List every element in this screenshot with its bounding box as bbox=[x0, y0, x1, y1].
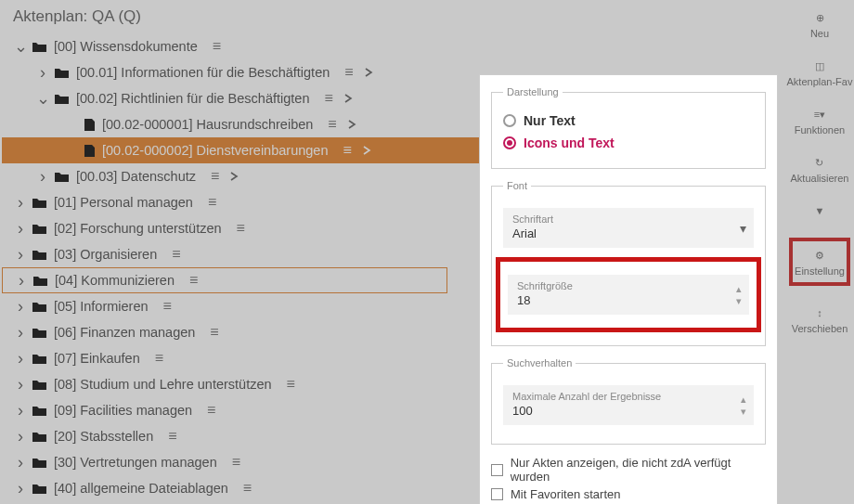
folder-open-icon bbox=[54, 92, 71, 105]
tool-label: Verschieben bbox=[792, 323, 848, 334]
max-ergebnisse-input[interactable]: Maximale Anzahl der Ergebnisse 100 ▴▾ bbox=[503, 385, 754, 425]
expand-icon[interactable]: › bbox=[13, 375, 28, 394]
expand-icon[interactable]: › bbox=[35, 63, 50, 83]
chevron-right-icon[interactable] bbox=[362, 66, 377, 79]
field-label: Schriftart bbox=[512, 213, 744, 225]
field-label: Schriftgröße bbox=[517, 280, 740, 291]
menu-icon[interactable]: ≡ bbox=[155, 350, 164, 367]
expand-icon[interactable]: ⌄ bbox=[35, 88, 50, 109]
menu-icon[interactable]: ≡ bbox=[243, 480, 252, 497]
page-title: Aktenplan: QA (Q) bbox=[0, 0, 854, 30]
menu-icon[interactable]: ≡ bbox=[344, 64, 354, 81]
expand-icon[interactable]: › bbox=[13, 479, 28, 498]
folder-icon bbox=[54, 66, 71, 79]
tool-neu[interactable]: ⊕Neu bbox=[810, 9, 829, 39]
document-icon bbox=[82, 118, 97, 131]
radio-label: Icons und Text bbox=[524, 136, 615, 150]
folder-icon bbox=[32, 482, 48, 495]
folder-icon bbox=[32, 300, 48, 313]
chevron-right-icon[interactable] bbox=[342, 92, 356, 105]
tool-label: Aktualisieren bbox=[791, 173, 849, 184]
tool-einstellungen[interactable]: ⚙Einstellung bbox=[789, 238, 850, 286]
tool-funk[interactable]: ≡▾Funktionen bbox=[795, 106, 845, 136]
refresh-icon: ↻ bbox=[815, 154, 823, 171]
plus-circle-icon: ⊕ bbox=[816, 9, 824, 26]
tool-fav[interactable]: ◫Aktenplan-Fav bbox=[787, 58, 853, 87]
menu-icon[interactable]: ≡ bbox=[232, 454, 241, 471]
tree-row-04[interactable]: ›[04] Kommunizieren≡ bbox=[2, 267, 447, 293]
menu-icon[interactable]: ≡ bbox=[211, 168, 220, 185]
tree-label: [06] Finanzen managen bbox=[54, 325, 195, 340]
folder-icon bbox=[32, 326, 48, 339]
expand-icon[interactable]: › bbox=[13, 219, 28, 239]
radio-nur-text[interactable]: Nur Text bbox=[503, 110, 754, 131]
tool-aktualisieren[interactable]: ↻Aktualisieren bbox=[791, 154, 849, 184]
settings-dialog: Darstellung Nur Text Icons und Text Font… bbox=[479, 74, 778, 504]
menu-icon[interactable]: ≡ bbox=[163, 298, 173, 315]
expand-icon[interactable]: ⌄ bbox=[13, 36, 28, 57]
fieldset-suchverhalten: Suchverhalten Maximale Anzahl der Ergebn… bbox=[491, 357, 766, 445]
folder-icon bbox=[32, 404, 48, 417]
menu-icon[interactable]: ≡ bbox=[207, 402, 216, 419]
bookmark-icon: ◫ bbox=[815, 58, 824, 74]
expand-icon[interactable]: › bbox=[13, 427, 28, 446]
menu-icon[interactable]: ≡ bbox=[237, 220, 246, 237]
expand-icon[interactable]: › bbox=[13, 453, 28, 472]
chevron-right-icon[interactable] bbox=[360, 144, 375, 157]
menu-icon[interactable]: ≡ bbox=[189, 272, 199, 289]
tool-label: Aktenplan-Fav bbox=[787, 76, 853, 87]
expand-icon[interactable]: › bbox=[13, 193, 28, 213]
menu-icon[interactable]: ≡ bbox=[210, 324, 219, 341]
fieldset-darstellung: Darstellung Nur Text Icons und Text bbox=[491, 86, 766, 169]
field-label: Maximale Anzahl der Ergebnisse bbox=[512, 391, 744, 402]
tree-label: [00] Wissensdokumente bbox=[54, 39, 198, 54]
expand-icon[interactable]: › bbox=[35, 167, 50, 187]
expand-icon[interactable]: › bbox=[13, 401, 28, 420]
expand-icon[interactable]: › bbox=[13, 245, 28, 265]
legend-darstellung: Darstellung bbox=[503, 86, 563, 97]
menu-icon[interactable]: ≡ bbox=[213, 38, 222, 55]
spinner-icon: ▴▾ bbox=[736, 283, 742, 307]
fieldset-font: Font Schriftart Arial ▾ Schriftgröße 18 … bbox=[491, 180, 766, 346]
folder-icon bbox=[32, 456, 48, 469]
expand-icon[interactable]: › bbox=[14, 271, 29, 291]
tree-label: [01] Personal managen bbox=[54, 195, 193, 210]
folder-icon bbox=[32, 378, 48, 391]
checkbox-label: Nur Akten anzeigen, die nicht zdA verfüg… bbox=[511, 456, 766, 484]
menu-icon[interactable]: ≡ bbox=[208, 194, 217, 211]
chevron-right-icon[interactable] bbox=[227, 170, 242, 183]
tool-label: Einstellung bbox=[795, 265, 845, 277]
tree-label: [00.02-000001] Hausrundschreiben bbox=[102, 117, 313, 132]
tree-label: [04] Kommunizieren bbox=[55, 273, 175, 288]
menu-icon[interactable]: ≡ bbox=[328, 116, 337, 133]
menu-icon[interactable]: ≡ bbox=[287, 376, 296, 393]
tree-label: [05] Informieren bbox=[54, 299, 149, 314]
menu-icon[interactable]: ≡ bbox=[343, 142, 352, 159]
gear-icon: ⚙ bbox=[815, 247, 824, 264]
expand-icon[interactable]: › bbox=[13, 323, 28, 342]
schriftart-select[interactable]: Schriftart Arial ▾ bbox=[503, 208, 754, 248]
field-value: 100 bbox=[512, 404, 744, 418]
document-icon bbox=[82, 144, 97, 157]
tool-verschieben[interactable]: ↕Verschieben bbox=[792, 304, 848, 334]
tree-row-wissensdokumente[interactable]: ⌄ [00] Wissensdokumente ≡ bbox=[2, 33, 854, 59]
right-toolbar: ⊕Neu ◫Aktenplan-Fav ≡▾Funktionen ↻Aktual… bbox=[785, 9, 854, 334]
menu-icon[interactable]: ≡ bbox=[324, 90, 333, 107]
schriftgroesse-input[interactable]: Schriftgröße 18 ▴▾ bbox=[508, 275, 749, 315]
checkbox-nur-akten[interactable]: Nur Akten anzeigen, die nicht zdA verfüg… bbox=[491, 456, 766, 484]
legend-suchverhalten: Suchverhalten bbox=[503, 357, 576, 368]
tree-label: [40] allgemeine Dateiablagen bbox=[54, 481, 228, 496]
tree-label: [07] Einkaufen bbox=[54, 351, 140, 366]
field-value: Arial bbox=[512, 226, 744, 240]
radio-icons-text[interactable]: Icons und Text bbox=[503, 133, 754, 153]
tool-filter[interactable]: ▼ bbox=[815, 202, 825, 219]
menu-icon[interactable]: ≡ bbox=[172, 246, 181, 263]
tool-label: Neu bbox=[810, 28, 829, 39]
checkbox-favoriten[interactable]: Mit Favoriten starten bbox=[491, 487, 766, 501]
menu-icon[interactable]: ≡ bbox=[168, 428, 177, 445]
expand-icon[interactable]: › bbox=[13, 297, 28, 317]
checkbox-icon bbox=[491, 488, 503, 500]
expand-icon[interactable]: › bbox=[13, 349, 28, 368]
chevron-right-icon[interactable] bbox=[345, 118, 360, 131]
move-icon: ↕ bbox=[817, 304, 822, 321]
